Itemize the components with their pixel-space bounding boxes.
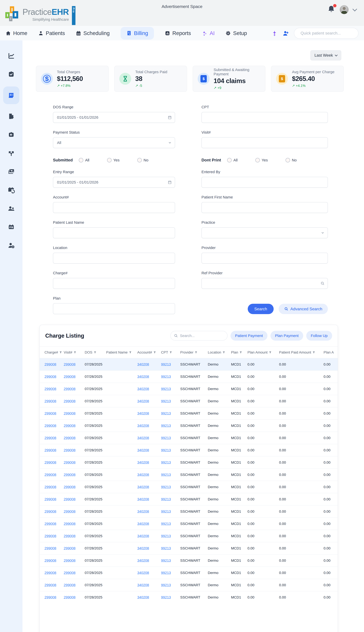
notifications-button[interactable]	[328, 5, 335, 14]
cell-link[interactable]: 340208	[137, 412, 149, 415]
table-search-input[interactable]	[180, 334, 224, 338]
cell-link[interactable]: 299008	[64, 534, 76, 538]
cell-link[interactable]: 299008	[64, 583, 76, 587]
cell-link[interactable]: 299008	[44, 558, 56, 562]
sidebar-item-billing[interactable]	[3, 86, 19, 104]
cell-link[interactable]: 340208	[137, 497, 149, 501]
sidebar-item-returns[interactable]	[3, 128, 19, 141]
cell-link[interactable]: 299008	[64, 460, 76, 464]
patient-payment-button[interactable]: Patient Payment	[230, 331, 268, 341]
column-header-location[interactable]: Location	[208, 346, 231, 358]
submitted-option-all[interactable]: All	[79, 158, 89, 162]
nav-item-patients[interactable]: Patients	[38, 30, 65, 36]
cell-link[interactable]: 299008	[44, 546, 56, 550]
advanced-search-button[interactable]: Advanced Search	[279, 304, 328, 314]
cell-link[interactable]: 299008	[44, 473, 56, 477]
table-row[interactable]: 29900829900807/28/202534020899213SSCHWAR…	[40, 395, 338, 407]
cell-link[interactable]: 299008	[44, 522, 56, 526]
nav-item-reports[interactable]: Reports	[165, 30, 191, 36]
column-header-plan-a[interactable]: Plan A	[324, 346, 338, 358]
table-row[interactable]: 29900829900807/28/202534020899213SSCHWAR…	[40, 420, 338, 432]
cell-link[interactable]: 99213	[161, 448, 171, 452]
column-header-dos[interactable]: DOS	[85, 346, 106, 358]
cell-link[interactable]: 340208	[137, 571, 149, 575]
sidebar-item-tasks[interactable]	[3, 68, 19, 81]
cell-link[interactable]: 340208	[137, 387, 149, 391]
cell-link[interactable]: 299008	[64, 522, 76, 526]
cell-link[interactable]: 340208	[137, 583, 149, 587]
cell-link[interactable]: 299008	[64, 510, 76, 514]
cell-link[interactable]: 99213	[161, 497, 171, 501]
cell-link[interactable]: 299008	[44, 424, 56, 428]
plan-payment-button[interactable]: Plan Payment	[270, 331, 303, 341]
sidebar-item-recurring-schedule[interactable]	[3, 184, 19, 196]
table-row[interactable]: 29900829900807/28/202534020899213SSCHWAR…	[40, 567, 338, 579]
cell-link[interactable]: 299008	[44, 375, 56, 378]
cell-link[interactable]: 340208	[137, 448, 149, 452]
table-row[interactable]: 29900829900807/28/202534020899213SSCHWAR…	[40, 554, 338, 567]
cell-link[interactable]: 99213	[161, 399, 171, 403]
cell-link[interactable]: 340208	[137, 546, 149, 550]
dont-print-option-yes[interactable]: Yes	[255, 158, 268, 162]
table-row[interactable]: 29900829900807/28/202534020899213SSCHWAR…	[40, 370, 338, 383]
filter-funnel-icon[interactable]	[94, 351, 96, 354]
visit-input[interactable]	[202, 137, 328, 148]
period-select[interactable]: Last Week	[310, 50, 341, 60]
patient-first-name-input[interactable]	[202, 202, 328, 213]
cell-link[interactable]: 299008	[64, 473, 76, 477]
table-row[interactable]: 29900829900807/28/202534020899213SSCHWAR…	[40, 456, 338, 468]
plan-input[interactable]	[53, 303, 175, 314]
table-row[interactable]: 29900829900807/28/202534020899213SSCHWAR…	[40, 468, 338, 481]
cell-link[interactable]: 299008	[44, 436, 56, 440]
cell-link[interactable]: 299008	[44, 571, 56, 575]
cell-link[interactable]: 99213	[161, 571, 171, 575]
cell-link[interactable]: 299008	[64, 424, 76, 428]
quick-patient-search[interactable]	[294, 28, 358, 39]
cell-link[interactable]: 299008	[44, 534, 56, 538]
charge-input[interactable]	[53, 278, 175, 289]
cell-link[interactable]: 299008	[44, 362, 56, 366]
column-header-plan-amount[interactable]: Plan Amount	[248, 346, 279, 358]
cell-link[interactable]: 99213	[161, 436, 171, 440]
patient-last-name-input[interactable]	[53, 228, 175, 238]
sidebar-item-routing[interactable]	[3, 147, 19, 160]
filter-funnel-icon[interactable]	[153, 351, 156, 354]
quick-patient-search-input[interactable]	[300, 31, 354, 36]
cell-link[interactable]: 299008	[64, 497, 76, 501]
column-header-plan[interactable]: Plan	[231, 346, 248, 358]
column-header-charge-[interactable]: Charge#	[40, 346, 64, 358]
nav-item-home[interactable]: Home	[6, 30, 27, 36]
filter-funnel-icon[interactable]	[169, 351, 172, 354]
cell-link[interactable]: 340208	[137, 424, 149, 428]
sidebar-item-payments[interactable]	[3, 165, 19, 178]
column-header-cpt[interactable]: CPT	[161, 346, 180, 358]
cell-link[interactable]: 340208	[137, 534, 149, 538]
cpt-input[interactable]	[202, 112, 328, 123]
filter-funnel-icon[interactable]	[59, 351, 62, 354]
cell-link[interactable]: 299008	[64, 448, 76, 452]
cell-link[interactable]: 340208	[137, 485, 149, 489]
cell-link[interactable]: 299008	[64, 387, 76, 391]
filter-funnel-icon[interactable]	[240, 351, 242, 354]
sidebar-item-statements[interactable]	[3, 221, 19, 233]
ref-provider-input[interactable]	[202, 278, 328, 289]
cell-link[interactable]: 99213	[161, 387, 171, 391]
cell-link[interactable]: 99213	[161, 546, 171, 550]
cell-link[interactable]: 99213	[161, 362, 171, 366]
payment-status-select[interactable]: All	[53, 137, 175, 148]
sidebar-item-charge-entry[interactable]	[3, 110, 19, 122]
nav-item-ai[interactable]: AI	[202, 30, 215, 36]
cell-link[interactable]: 299008	[44, 510, 56, 514]
cell-link[interactable]: 299008	[64, 558, 76, 562]
search-button[interactable]: Search	[248, 304, 274, 314]
cell-link[interactable]: 99213	[161, 558, 171, 562]
sidebar-item-patient-groups[interactable]	[3, 202, 19, 215]
cell-link[interactable]: 340208	[137, 375, 149, 378]
filter-funnel-icon[interactable]	[74, 351, 76, 354]
table-row[interactable]: 29900829900807/28/202534020899213SSCHWAR…	[40, 383, 338, 395]
cell-link[interactable]: 299008	[64, 362, 76, 366]
cell-link[interactable]: 299008	[44, 448, 56, 452]
cell-link[interactable]: 299008	[64, 375, 76, 378]
table-row[interactable]: 29900829900807/28/202534020899213SSCHWAR…	[40, 493, 338, 505]
ai-assistant-sparkle-icon[interactable]	[272, 30, 278, 36]
